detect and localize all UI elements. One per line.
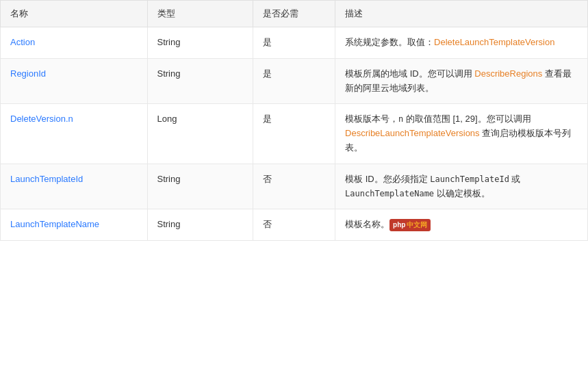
param-name-cell: LaunchTemplateId xyxy=(1,164,148,209)
param-type-cell: String xyxy=(147,58,253,104)
header-required: 是否必需 xyxy=(253,1,335,27)
param-name-link[interactable]: Action xyxy=(10,37,35,47)
param-required-cell: 否 xyxy=(253,209,335,241)
param-name-cell: DeleteVersion.n xyxy=(1,104,148,164)
table-row: RegionIdString是模板所属的地域 ID。您可以调用 Describe… xyxy=(1,58,588,104)
param-type-cell: Long xyxy=(147,104,253,164)
param-desc-cell: 模板 ID。您必须指定 LaunchTemplateId 或 LaunchTem… xyxy=(335,164,588,209)
param-required-cell: 是 xyxy=(253,27,335,59)
param-name-cell: Action xyxy=(1,27,148,59)
param-name-link[interactable]: LaunchTemplateName xyxy=(10,219,99,229)
param-name-link[interactable]: DeleteVersion.n xyxy=(10,114,73,124)
param-required-cell: 是 xyxy=(253,104,335,164)
php-icon: php中文网 xyxy=(389,219,431,231)
param-desc-cell: 模板所属的地域 ID。您可以调用 DescribeRegions 查看最新的阿里… xyxy=(335,58,588,104)
param-desc-cell: 模板版本号，n 的取值范围 [1, 29]。您可以调用 DescribeLaun… xyxy=(335,104,588,164)
code-span: LaunchTemplateName xyxy=(345,189,434,198)
param-type-cell: String xyxy=(147,209,253,241)
desc-link[interactable]: DescribeLaunchTemplateVersions xyxy=(345,128,480,138)
api-params-table: 名称 类型 是否必需 描述 ActionString是系统规定参数。取值：Del… xyxy=(0,0,588,241)
param-name-cell: LaunchTemplateName xyxy=(1,209,148,241)
desc-link[interactable]: DescribeRegions xyxy=(474,68,542,79)
param-required-cell: 否 xyxy=(253,164,335,209)
param-desc-cell: 系统规定参数。取值：DeleteLaunchTemplateVersion xyxy=(335,27,588,59)
code-span: n xyxy=(398,114,403,124)
param-type-cell: String xyxy=(147,164,253,209)
desc-link[interactable]: DeleteLaunchTemplateVersion xyxy=(434,37,554,47)
table-row: ActionString是系统规定参数。取值：DeleteLaunchTempl… xyxy=(1,27,588,59)
header-name: 名称 xyxy=(1,1,148,27)
param-required-cell: 是 xyxy=(253,58,335,104)
table-row: LaunchTemplateNameString否模板名称。php中文网 xyxy=(1,209,588,241)
code-span: LaunchTemplateId xyxy=(430,174,509,184)
param-name-link[interactable]: RegionId xyxy=(10,68,46,79)
header-description: 描述 xyxy=(335,1,588,27)
watermark-badge: php中文网 xyxy=(389,219,431,231)
param-name-cell: RegionId xyxy=(1,58,148,104)
table-row: DeleteVersion.nLong是模板版本号，n 的取值范围 [1, 29… xyxy=(1,104,588,164)
param-type-cell: String xyxy=(147,27,253,59)
table-row: LaunchTemplateIdString否模板 ID。您必须指定 Launc… xyxy=(1,164,588,209)
param-name-link[interactable]: LaunchTemplateId xyxy=(10,174,83,184)
header-type: 类型 xyxy=(147,1,253,27)
param-desc-cell: 模板名称。php中文网 xyxy=(335,209,588,241)
